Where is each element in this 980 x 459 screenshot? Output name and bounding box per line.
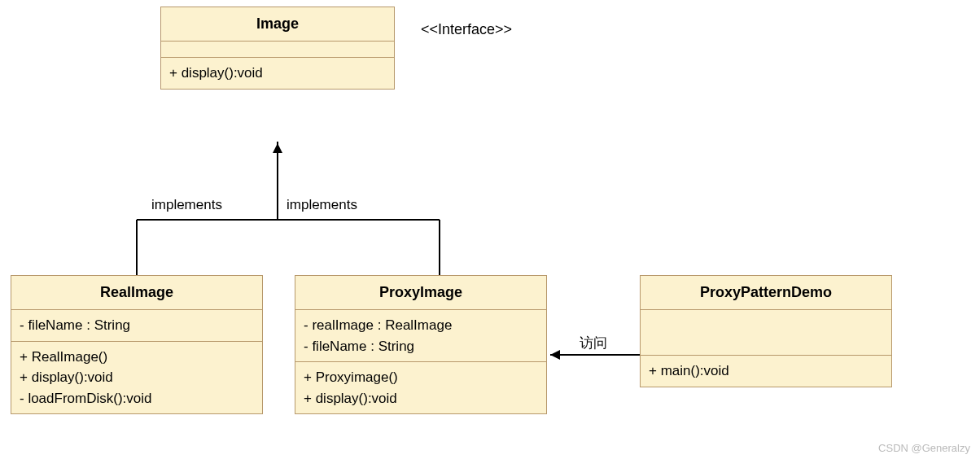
class-realimage-attrs: - fileName : String (11, 310, 262, 342)
class-proxypatterndemo-title: ProxyPatternDemo (641, 276, 891, 310)
method: + display():void (304, 388, 538, 409)
watermark: CSDN @Generalzy (878, 442, 970, 454)
attribute: - realImage : RealImage (304, 315, 538, 336)
class-image-title: Image (161, 7, 394, 42)
class-proxypatterndemo-methods: + main():void (641, 356, 891, 387)
stereotype-interface: <<Interface>> (421, 21, 512, 38)
class-proxypatterndemo: ProxyPatternDemo + main():void (640, 275, 892, 387)
class-proxyimage: ProxyImage - realImage : RealImage - fil… (295, 275, 547, 414)
class-image-attrs (161, 42, 394, 58)
method: + Proxyimage() (304, 367, 538, 388)
class-realimage-methods: + RealImage() + display():void - loadFro… (11, 342, 262, 414)
method: + main():void (649, 361, 883, 382)
class-image-methods: + display():void (161, 58, 394, 89)
class-image: Image + display():void (160, 7, 395, 90)
method: + display():void (20, 367, 254, 388)
label-implements-left: implements (151, 197, 222, 213)
method: + display():void (169, 63, 386, 84)
class-realimage: RealImage - fileName : String + RealImag… (11, 275, 263, 414)
class-proxyimage-attrs: - realImage : RealImage - fileName : Str… (295, 310, 546, 362)
label-implements-right: implements (287, 197, 357, 213)
class-proxypatterndemo-attrs (641, 310, 891, 356)
attribute: - fileName : String (304, 336, 538, 357)
method: - loadFromDisk():void (20, 388, 254, 409)
class-proxyimage-methods: + Proxyimage() + display():void (295, 362, 546, 413)
class-proxyimage-title: ProxyImage (295, 276, 546, 310)
class-realimage-title: RealImage (11, 276, 262, 310)
label-access: 访问 (580, 334, 607, 352)
method: + RealImage() (20, 347, 254, 368)
attribute: - fileName : String (20, 315, 254, 336)
